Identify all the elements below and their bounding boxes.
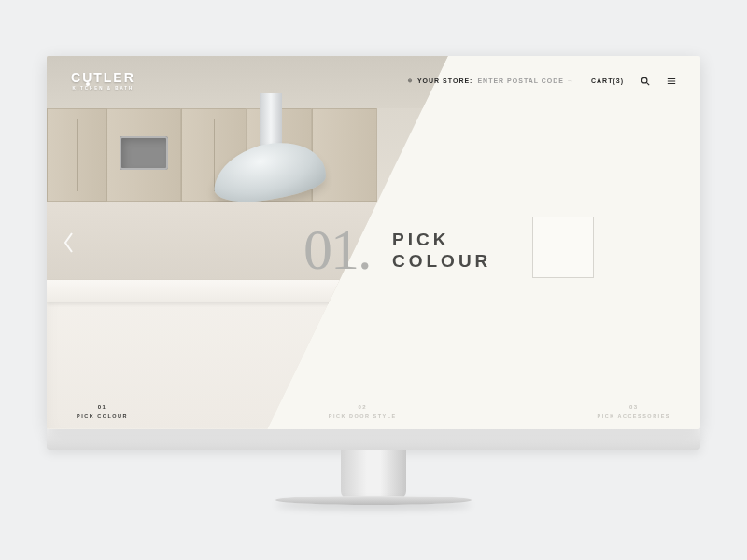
- progress-step-num: 02: [358, 404, 367, 410]
- svg-line-3: [646, 82, 649, 85]
- progress-step-num: 03: [629, 404, 639, 410]
- svg-point-1: [409, 79, 410, 80]
- store-locator[interactable]: YOUR STORE: ENTER POSTAL CODE: [407, 77, 574, 84]
- progress-step-1[interactable]: 01 PICK COLOUR: [77, 404, 128, 419]
- cart-button[interactable]: CART(3): [591, 77, 624, 84]
- search-button[interactable]: [641, 77, 650, 86]
- prev-slide-button[interactable]: [60, 229, 78, 257]
- header: CUTLER KITCHEN & BATH YOUR STORE: ENTER …: [47, 56, 700, 106]
- step-title: PICK COLOUR: [392, 229, 491, 273]
- monitor-bezel: [47, 429, 700, 450]
- store-label: YOUR STORE:: [417, 77, 473, 84]
- progress-step-num: 01: [98, 404, 107, 410]
- progress-bar: 01 PICK COLOUR 02 PICK DOOR STYLE 03 PIC…: [47, 394, 700, 429]
- colour-swatch[interactable]: [532, 217, 594, 278]
- search-icon: [641, 77, 650, 86]
- progress-step-label: PICK COLOUR: [77, 413, 128, 419]
- monitor-stand-base: [275, 496, 472, 505]
- chevron-left-icon: [60, 229, 78, 257]
- menu-button[interactable]: [667, 77, 676, 86]
- location-pin-icon: [407, 78, 413, 84]
- progress-step-label: PICK ACCESSORIES: [597, 413, 670, 419]
- svg-point-2: [641, 77, 647, 83]
- progress-step-label: PICK DOOR STYLE: [329, 413, 397, 419]
- postal-code-input[interactable]: ENTER POSTAL CODE: [477, 77, 574, 84]
- monitor-stand-neck: [341, 450, 406, 498]
- app-screen: CUTLER KITCHEN & BATH YOUR STORE: ENTER …: [47, 56, 700, 429]
- progress-step-2[interactable]: 02 PICK DOOR STYLE: [329, 404, 397, 419]
- step-number: 01.: [303, 217, 371, 283]
- brand-logo[interactable]: CUTLER KITCHEN & BATH: [71, 71, 135, 91]
- monitor-frame: CUTLER KITCHEN & BATH YOUR STORE: ENTER …: [47, 56, 700, 505]
- menu-icon: [667, 77, 676, 86]
- hero-kitchen-image: [47, 56, 448, 429]
- brand-tagline: KITCHEN & BATH: [72, 87, 134, 91]
- progress-step-3[interactable]: 03 PICK ACCESSORIES: [597, 404, 670, 419]
